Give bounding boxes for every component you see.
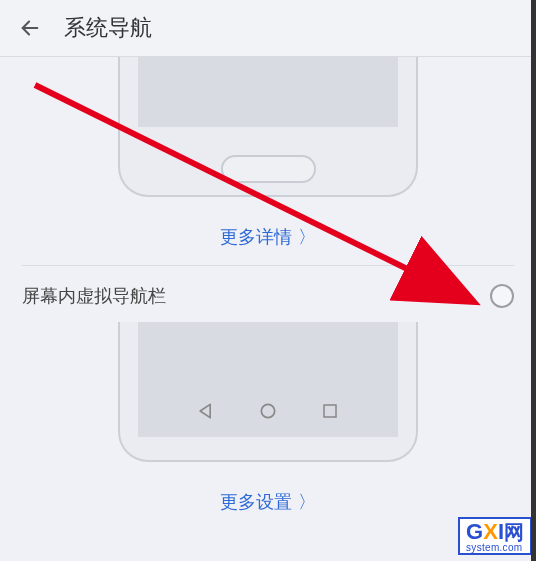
phone-preview-virtual — [118, 322, 418, 462]
back-arrow-icon[interactable] — [16, 14, 44, 42]
watermark-badge: GXI网 system.com — [458, 517, 532, 555]
virtual-nav-label: 屏幕内虚拟导航栏 — [22, 284, 166, 308]
header-bar: 系统导航 — [0, 0, 536, 56]
nav-home-icon — [257, 400, 279, 422]
section-gesture: 更多详情〉 — [0, 57, 536, 265]
phone-preview-gesture — [118, 57, 418, 197]
preview-screen-area — [138, 57, 398, 127]
preview-navbar-area — [138, 322, 398, 437]
right-edge-shadow — [531, 0, 536, 561]
svg-point-2 — [261, 404, 274, 417]
more-details-label: 更多详情 — [220, 227, 292, 247]
svg-rect-3 — [324, 405, 336, 417]
nav-recent-icon — [319, 400, 341, 422]
more-details-link[interactable]: 更多详情〉 — [0, 215, 536, 265]
more-settings-link[interactable]: 更多设置〉 — [0, 480, 536, 530]
virtual-nav-row[interactable]: 屏幕内虚拟导航栏 — [0, 266, 536, 322]
svg-marker-1 — [200, 404, 210, 417]
gesture-pill-icon — [221, 155, 316, 183]
watermark-url: system.com — [466, 543, 524, 553]
virtual-nav-radio[interactable] — [490, 284, 514, 308]
chevron-right-icon: 〉 — [298, 227, 316, 247]
page-title: 系统导航 — [64, 13, 152, 43]
nav-back-icon — [195, 400, 217, 422]
watermark-logo: GXI网 — [466, 521, 524, 543]
more-settings-label: 更多设置 — [220, 492, 292, 512]
chevron-right-icon: 〉 — [298, 492, 316, 512]
section-virtual-nav: 更多设置〉 — [0, 322, 536, 530]
